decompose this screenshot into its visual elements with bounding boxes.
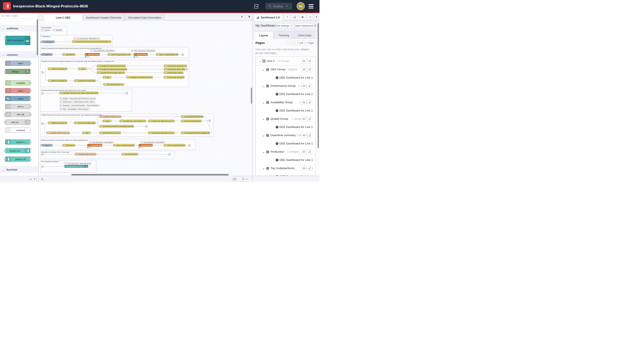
node-calculate-the-total-good-units-produced-today[interactable]: ⇤Calculate the total good units produced…: [97, 68, 127, 70]
visibility-toggle-button[interactable]: [301, 100, 306, 105]
node-key-instructions-read-before-proceeding[interactable]: Key Instructions: Read Before Proceeding: [73, 37, 100, 40]
palette-node-project-in[interactable]: project in: [5, 139, 31, 145]
tree-group-row[interactable]: Quality Group1 Widgets: [256, 116, 315, 123]
chevron-down-icon[interactable]: [262, 85, 264, 88]
tab-dashboard-2[interactable]: Dashboard 2.0: [254, 14, 282, 21]
node-inject[interactable]: →inject ↻: [42, 53, 52, 56]
edit-settings-button[interactable]: Edit Settings: [275, 23, 293, 28]
node-set-msg-downtimesummery[interactable]: ⇄set msg.downtimeSummery: [181, 115, 203, 118]
tree-group-row[interactable]: Performance Group1 Widgets: [256, 82, 315, 90]
palette-node-debug[interactable]: ≡debug: [5, 69, 31, 74]
node-set-params[interactable]: ⇄Set params: [63, 53, 75, 56]
tree-widget-row[interactable]: OEE Dashboard for Line 1: [256, 173, 315, 176]
deploy-caret-icon[interactable]: ▼: [286, 5, 288, 8]
palette-node-project-call[interactable]: project call: [5, 156, 31, 162]
palette-category-subflows[interactable]: ⌄subflows: [0, 25, 38, 32]
sidebar-scrollbar[interactable]: [317, 23, 319, 148]
deploy-button[interactable]: Deploy ▼: [265, 3, 292, 10]
palette-node-project-out[interactable]: project out: [5, 148, 31, 153]
palette-search-input[interactable]: [6, 14, 33, 17]
flow-group[interactable]: Retrieve production and downtime data fr…: [40, 47, 189, 58]
tree-group-row[interactable]: Downtime summery1 Widgets: [256, 132, 315, 139]
node-calculate-oee-for-each-machine[interactable]: ƒCalculate OEE for each machine: [47, 132, 70, 134]
canvas-vertical-scrollbar[interactable]: [251, 88, 252, 104]
node-key-instructions-read-before-proceeding[interactable]: Key Instructions: Read Before Proceeding: [89, 141, 114, 144]
node-retrieve-production-data[interactable]: ⇄Retrieve Production Data: [48, 68, 67, 70]
pages-collapse-all-button[interactable]: [285, 40, 290, 45]
lock-toggle-button[interactable]: [307, 133, 312, 138]
node-retrieve-downtime-data[interactable]: ⇄Retrieve Downtime Data: [48, 80, 67, 82]
node-combine-the-data-back-into-an-array[interactable]: ⇤Combine the data back into an array.: [148, 120, 174, 122]
node-store-in-msg-downtime-data[interactable]: ⇄store in msg.downtime_data: [156, 53, 178, 56]
node-key-instructions-read-before-proceeding[interactable]: Key Instructions: Read Before Proceeding: [131, 50, 156, 52]
node-calculate-the-total-downtime-duration[interactable]: ⇤Calculate the total downtime duration: [127, 76, 153, 78]
tree-widget-row[interactable]: OEE Dashboard for Line 1: [256, 107, 315, 114]
node-set-params[interactable]: ⇄Set params: [63, 144, 75, 146]
link-in-node[interactable]: →: [42, 92, 43, 94]
node-key-instructions-read-before-proceeding[interactable]: Key Instructions: Read Before Proceeding: [90, 50, 115, 52]
node-oee-dashboard-for-line-1[interactable]: OEE Dashboard for Line 1: [65, 165, 88, 168]
node-calculate-the-total-produced-units-today[interactable]: ⇤Calculate the total produced units toda…: [97, 64, 126, 67]
node-store-in-msg-production-data[interactable]: ⇄store in msg.production_data: [108, 53, 131, 56]
canvas-horizontal-scrollbar[interactable]: [71, 174, 229, 176]
palette-node-complete[interactable]: !complete: [5, 80, 31, 86]
debug-tab-button[interactable]: [300, 14, 305, 20]
node-sort-oee-from-worst-to-best[interactable]: ⇅Sort OEE from worst to best: [100, 132, 121, 134]
visibility-toggle-button[interactable]: [301, 116, 306, 122]
link-in-node[interactable]: →: [42, 166, 43, 168]
chevron-down-icon[interactable]: [262, 101, 264, 105]
node-set-total-downtime-to-0[interactable]: ⇄Set Total Downtime to 0: [104, 83, 124, 86]
node-split[interactable]: ⇥split: [82, 132, 91, 134]
tree-widget-row[interactable]: OEE Dashboard for Line 1: [256, 140, 315, 147]
node-combine-the-data-back-into-an-array[interactable]: ⇤Combine the data back into an array.: [148, 132, 174, 134]
palette-category-function[interactable]: ⌄function: [0, 166, 38, 173]
palette-node-link-call[interactable]: ↺link call: [5, 112, 31, 117]
chevron-down-icon[interactable]: [262, 150, 264, 154]
sidebar-subtab-client-data[interactable]: Client Data: [294, 32, 315, 39]
chevron-down-icon[interactable]: [262, 167, 264, 171]
palette-node-link-out[interactable]: →|link out: [5, 120, 31, 125]
palette-node-catch[interactable]: !catch: [5, 88, 31, 93]
chevron-down-icon[interactable]: [259, 60, 261, 64]
navigator-button[interactable]: [232, 177, 236, 181]
node-availavity-total-shift-duration-total-downtime-total-shift-duration[interactable]: Availavity = (Total Shift Duration - Tot…: [60, 104, 100, 106]
node-set-msg-topunderperformingmachines[interactable]: ⇄set msg.topUnderPerformingMachines: [181, 132, 210, 134]
node-calculate-the-total-target-output-of-today[interactable]: ⇤Calculate the total target output of to…: [97, 71, 125, 74]
link-in-node[interactable]: →: [42, 122, 43, 124]
palette-node-oee-dashboard[interactable]: OEE Dashboard: [5, 36, 31, 45]
node-calculate-oee-for-each-day[interactable]: ƒcalculate OEE for each day: [75, 153, 96, 156]
tree-group-row[interactable]: OEE Group1 Widgets: [256, 66, 315, 73]
node-set-flow-total-downtime[interactable]: ⇄set flow.total_downtime: [164, 76, 184, 78]
link-in-node[interactable]: →: [42, 153, 43, 156]
inject-button[interactable]: [40, 41, 42, 43]
visibility-toggle-button[interactable]: [301, 133, 306, 138]
link-out-node[interactable]: →: [126, 92, 128, 94]
zoom-out-button[interactable]: −: [237, 177, 241, 181]
node-readme[interactable]: README: [53, 29, 62, 31]
sidebar-tabs-caret-icon[interactable]: ▼: [315, 16, 317, 18]
pages-expand-all-button[interactable]: [290, 40, 295, 45]
help-tab-button[interactable]: [292, 14, 298, 20]
link-out-node[interactable]: →: [209, 120, 211, 122]
tree-widget-row[interactable]: OEE Dashboard for Line 1: [256, 124, 315, 131]
sidebar-subtab-theming[interactable]: Theming: [274, 32, 293, 39]
palette-node-inject[interactable]: →inject: [5, 60, 31, 66]
node-downtimedata[interactable]: ✎DowntimeData: [134, 53, 148, 56]
node-sort-data-from-most-recent-to-oldest[interactable]: ⇅Sort data from most recent to oldest: [120, 120, 146, 122]
tree-group-row[interactable]: Availability Group1 Widgets: [256, 99, 315, 106]
add-page-button[interactable]: + Page: [305, 40, 315, 45]
node-calculate-downtime-summery[interactable]: ƒCalculate Downtime Summery: [100, 115, 121, 118]
palette-expand-all-button[interactable]: [33, 177, 37, 181]
lock-toggle-button[interactable]: [307, 166, 312, 171]
link-out-node[interactable]: →: [186, 68, 188, 70]
node-key-instructions-read-before-proceeding[interactable]: Key Instructions: Read Before Proceeding: [140, 141, 165, 144]
link-in-node[interactable]: →: [42, 71, 43, 74]
chevron-down-icon[interactable]: [262, 134, 264, 138]
node-inject[interactable]: →inject ↻: [42, 144, 52, 146]
chevron-down-icon[interactable]: [262, 118, 264, 122]
config-tab-button[interactable]: [307, 14, 313, 20]
link-out-node[interactable]: →: [188, 144, 190, 146]
flow-tab-line-1-oee[interactable]: Line-1 OEE: [44, 14, 83, 21]
node-set-msg-recentdowntime[interactable]: ⇄set msg.recentDowntime: [181, 120, 201, 122]
node-set-flow-total-produced-units[interactable]: ⇄set flow.total_produced_units: [164, 64, 187, 67]
